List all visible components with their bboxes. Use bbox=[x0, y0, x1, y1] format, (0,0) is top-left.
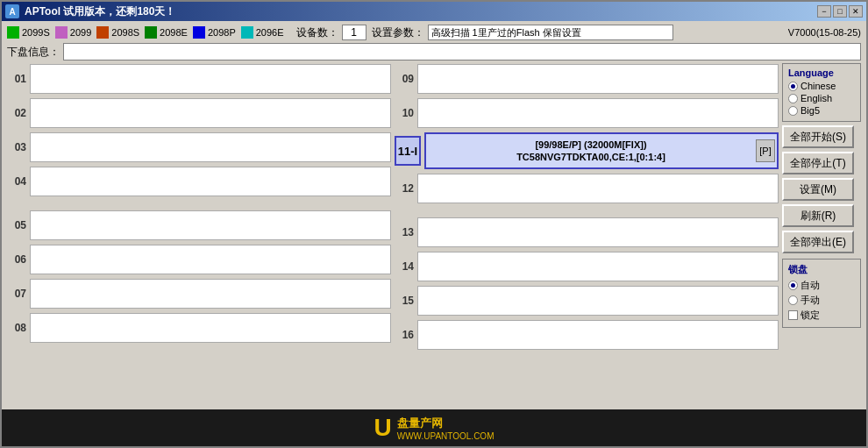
legend-color-2098e bbox=[145, 26, 157, 39]
params-area: 设置参数： bbox=[372, 25, 673, 40]
slot-num-01: 01 bbox=[7, 73, 26, 85]
legend-label-2098p: 2098P bbox=[208, 27, 236, 38]
slot-row-14: 14 bbox=[395, 251, 779, 282]
restore-button[interactable]: □ bbox=[833, 5, 847, 18]
disk-info-label: 下盘信息： bbox=[7, 45, 60, 60]
slot-num-13: 13 bbox=[395, 226, 414, 238]
params-label: 设置参数： bbox=[372, 25, 424, 40]
slot-num-06: 06 bbox=[7, 253, 26, 266]
slot-11-content: [99/98E/P] (32000M[FIX])TC58NVG7TDKTA00,… bbox=[513, 139, 690, 164]
slot-num-10: 10 bbox=[395, 107, 414, 119]
lock-checkbox-area[interactable]: 锁定 bbox=[788, 309, 855, 322]
slot-box-07[interactable] bbox=[30, 279, 391, 309]
legend-2098e: 2098E bbox=[145, 26, 188, 39]
legend-color-2096e bbox=[241, 26, 253, 39]
minimize-button[interactable]: − bbox=[817, 5, 831, 18]
device-count-area: 设备数： bbox=[296, 25, 366, 40]
slot-box-09[interactable] bbox=[417, 64, 779, 94]
slot-box-15[interactable] bbox=[417, 286, 779, 316]
slot-box-02[interactable] bbox=[30, 98, 391, 128]
radio-big5[interactable] bbox=[788, 106, 798, 116]
slot-num-16: 16 bbox=[395, 329, 414, 341]
lock-manual-label: 手动 bbox=[800, 294, 820, 307]
bottom-logo-bar: U 盘量产网 WWW.UPANTOOL.COM bbox=[2, 409, 866, 446]
slot-row-05: 05 bbox=[7, 210, 391, 241]
language-english[interactable]: English bbox=[788, 93, 855, 103]
radio-lock-manual[interactable] bbox=[788, 295, 798, 305]
legend-2096e: 2096E bbox=[241, 26, 284, 39]
lock-checkbox-label: 锁定 bbox=[800, 309, 820, 322]
slot-box-08[interactable] bbox=[30, 313, 391, 343]
slot-box-12[interactable] bbox=[417, 174, 779, 203]
settings-button[interactable]: 设置(M) bbox=[782, 178, 854, 201]
lock-group: 锁盘 自动 手动 锁定 bbox=[782, 259, 861, 328]
legend-color-2098p bbox=[193, 26, 205, 39]
legend-color-2099s bbox=[7, 26, 19, 39]
slot-box-05[interactable] bbox=[30, 210, 391, 240]
eject-all-button[interactable]: 全部弹出(E) bbox=[782, 231, 854, 253]
version-label: V7000(15-08-25) bbox=[788, 27, 861, 38]
slot-box-16[interactable] bbox=[417, 320, 779, 350]
lock-manual[interactable]: 手动 bbox=[788, 294, 855, 307]
lock-title: 锁盘 bbox=[788, 263, 855, 276]
params-input[interactable] bbox=[428, 25, 673, 40]
device-count-label: 设备数： bbox=[296, 25, 338, 40]
slot-11-p-button[interactable]: [P] bbox=[756, 139, 775, 162]
slot-box-06[interactable] bbox=[30, 245, 391, 274]
slot-box-11[interactable]: [99/98E/P] (32000M[FIX])TC58NVG7TDKTA00,… bbox=[424, 132, 779, 169]
slot-row-10: 10 bbox=[395, 97, 779, 129]
start-all-button[interactable]: 全部开始(S) bbox=[782, 125, 854, 148]
refresh-button[interactable]: 刷新(R) bbox=[782, 204, 854, 227]
logo-u-symbol: U bbox=[374, 414, 392, 442]
slot-box-03[interactable] bbox=[30, 132, 391, 162]
device-count-input[interactable] bbox=[342, 25, 366, 40]
legend-color-2098s bbox=[96, 26, 109, 39]
slot-num-08: 08 bbox=[7, 322, 26, 334]
legend-color-2099 bbox=[55, 26, 68, 39]
slot-row-02: 02 bbox=[7, 97, 391, 129]
slot-box-01[interactable] bbox=[30, 64, 391, 94]
right-panel: Language Chinese English Big5 全部 bbox=[782, 63, 861, 406]
slot-num-04: 04 bbox=[7, 175, 26, 188]
slot-row-13: 13 bbox=[395, 217, 779, 248]
title-controls: − □ ✕ bbox=[817, 5, 863, 18]
language-title: Language bbox=[788, 68, 855, 78]
slot-row-08: 08 bbox=[7, 312, 391, 344]
legend-label-2099: 2099 bbox=[70, 27, 91, 38]
radio-lock-auto[interactable] bbox=[788, 281, 798, 290]
slot-box-10[interactable] bbox=[417, 98, 779, 128]
title-bar-left: A APTool 试用版本，还剩180天！ bbox=[5, 4, 175, 19]
legend-bar: 2099S 2099 2098S 2098E 2098P 2096E bbox=[7, 25, 861, 40]
main-area: 01 02 03 04 bbox=[7, 63, 861, 406]
slot-box-14[interactable] bbox=[417, 252, 779, 281]
slot-row-16: 16 bbox=[395, 319, 779, 351]
slot-row-07: 07 bbox=[7, 278, 391, 309]
info-bar: 下盘信息： bbox=[7, 43, 861, 60]
slot-num-05: 05 bbox=[7, 219, 26, 231]
language-big5[interactable]: Big5 bbox=[788, 105, 855, 116]
legend-2098p: 2098P bbox=[193, 26, 236, 39]
stop-all-button[interactable]: 全部停止(T) bbox=[782, 152, 854, 174]
radio-chinese[interactable] bbox=[788, 82, 798, 91]
lock-checkbox[interactable] bbox=[788, 310, 798, 320]
right-spacer bbox=[395, 207, 779, 214]
legend-label-2096e: 2096E bbox=[256, 27, 284, 38]
legend-label-2098s: 2098S bbox=[111, 27, 139, 38]
slot-num-15: 15 bbox=[395, 295, 414, 307]
slot-row-12: 12 bbox=[395, 173, 779, 204]
slot-row-11: 11-I [99/98E/P] (32000M[FIX])TC58NVG7TDK… bbox=[395, 132, 779, 170]
disk-info-input[interactable] bbox=[63, 43, 861, 60]
slot-num-03: 03 bbox=[7, 141, 26, 153]
left-spacer bbox=[7, 200, 391, 207]
slot-box-13[interactable] bbox=[417, 217, 779, 247]
slot-row-01: 01 bbox=[7, 63, 391, 95]
close-button[interactable]: ✕ bbox=[849, 5, 863, 18]
main-window: A APTool 试用版本，还剩180天！ − □ ✕ 2099S 2099 2… bbox=[0, 0, 868, 448]
logo-line1: 盘量产网 bbox=[397, 416, 494, 431]
slot-num-09: 09 bbox=[395, 73, 414, 85]
radio-english[interactable] bbox=[788, 94, 798, 103]
slot-box-04[interactable] bbox=[30, 167, 391, 196]
lock-auto[interactable]: 自动 bbox=[788, 279, 855, 292]
slot-num-07: 07 bbox=[7, 288, 26, 300]
language-chinese[interactable]: Chinese bbox=[788, 81, 855, 91]
